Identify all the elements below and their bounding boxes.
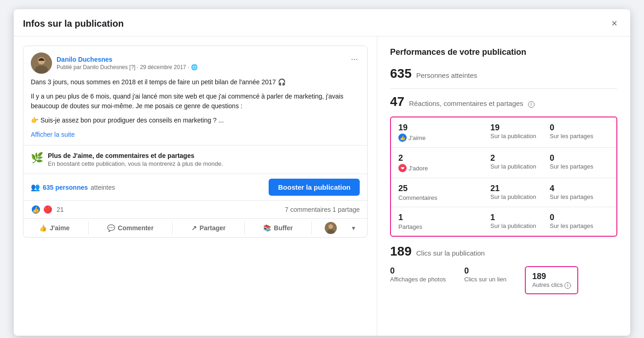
jadore-cell: 2 ❤ J'adore <box>398 153 490 172</box>
reactions-bar: 👍 ❤️ 21 7 commentaires 1 partage <box>23 201 367 219</box>
boost-button[interactable]: Booster la publication <box>269 179 360 196</box>
buffer-action-icon: 📚 <box>263 224 271 232</box>
post-stats-bar: 👥 635 personnes atteintes Booster la pub… <box>23 174 367 201</box>
comments-shares: 7 commentaires 1 partage <box>285 206 360 213</box>
clics-stat-row: 189 Clics sur la publication <box>390 244 617 259</box>
post-card: Danilo Duchesnes Publié par Danilo Duche… <box>23 46 368 238</box>
autres-clics-label: Autres clics i <box>532 281 571 289</box>
jaime-cell: 19 👍 J'aime <box>398 123 490 142</box>
people-icon: 👥 <box>31 183 40 192</box>
avatar <box>31 52 52 74</box>
reach-stat-num: 635 <box>390 66 412 81</box>
profile-caret-button[interactable]: ▾ <box>350 221 357 235</box>
engagements-stat-num: 47 <box>390 94 404 109</box>
boost-title: Plus de J'aime, de commentaires et de pa… <box>48 152 223 159</box>
reactions-grid: 19 👍 J'aime 19 Sur la publication 0 Sur … <box>390 117 617 237</box>
comment-action-icon: 💬 <box>107 224 115 232</box>
read-more-link[interactable]: Afficher la suite <box>31 131 75 138</box>
love-reaction-icon: ❤️ <box>43 204 53 215</box>
engagements-info-icon[interactable]: i <box>528 101 535 108</box>
jadore-num: 2 <box>398 153 490 163</box>
partages-row: 1 Partages 1 Sur la publication 0 Sur le… <box>391 207 616 236</box>
publication-modal: Infos sur la publication × <box>14 9 630 336</box>
post-author-info: Danilo Duchesnes Publié par Danilo Duche… <box>31 52 197 74</box>
commentaires-sur-par: 4 Sur les partages <box>550 184 609 201</box>
affichages-num: 0 <box>390 266 446 276</box>
jaime-sur-par: 0 Sur les partages <box>550 123 609 142</box>
like-action-button[interactable]: 👍 J'aime <box>34 221 75 235</box>
action-bar: 👍 J'aime 💬 Commenter ↗ Partager <box>23 219 367 237</box>
left-panel: Danilo Duchesnes Publié par Danilo Duche… <box>14 36 377 336</box>
reaction-icons: 👍 ❤️ 21 <box>31 204 64 215</box>
boost-subtitle: En boostant cette publication, vous la m… <box>48 160 223 167</box>
globe-icon: 🌐 <box>191 64 197 70</box>
jaime-label: 👍 J'aime <box>398 134 490 142</box>
svg-point-5 <box>328 224 333 229</box>
comment-action-label: Commenter <box>118 224 154 232</box>
share-action-label: Partager <box>200 224 226 232</box>
reach-info: 👥 635 personnes atteintes <box>31 183 115 192</box>
jadore-label: ❤ J'adore <box>398 164 490 172</box>
buffer-action-button[interactable]: 📚 Buffer <box>258 221 298 235</box>
jaime-num: 19 <box>398 123 490 133</box>
like-action-icon: 👍 <box>39 224 47 232</box>
clics-lien-num: 0 <box>464 266 506 276</box>
close-button[interactable]: × <box>608 17 621 30</box>
autres-clics-num: 189 <box>532 272 571 281</box>
autres-clics-box: 189 Autres clics i <box>525 266 578 294</box>
reach-section: 635 Personnes atteintes <box>390 66 617 81</box>
commentaires-label: Commentaires <box>398 194 490 201</box>
action-divider-4 <box>311 221 312 235</box>
jaime-row: 19 👍 J'aime 19 Sur la publication 0 Sur … <box>391 117 616 148</box>
post-paragraph-3: 👉 Suis-je assez bon pour prodiguer des c… <box>31 116 360 125</box>
clics-section: 189 Clics sur la publication <box>390 244 617 259</box>
jadore-icon: ❤ <box>398 164 407 172</box>
affichages-label: Affichages de photos <box>390 276 446 283</box>
profile-mini-avatar <box>325 222 337 234</box>
reaction-total: 21 <box>57 206 64 213</box>
affichages-stat: 0 Affichages de photos <box>390 266 446 283</box>
reach-count[interactable]: 635 personnes <box>43 184 88 191</box>
comment-action-button[interactable]: 💬 Commenter <box>102 221 159 235</box>
reach-suffix: atteintes <box>91 184 115 191</box>
commentaires-row: 25 Commentaires 21 Sur la publication 4 … <box>391 178 616 207</box>
modal-body: Danilo Duchesnes Publié par Danilo Duche… <box>14 36 630 336</box>
commentaires-sur-pub: 21 Sur la publication <box>490 184 550 201</box>
boost-text: Plus de J'aime, de commentaires et de pa… <box>48 152 223 167</box>
post-paragraph-1: Dans 3 jours, nous sommes en 2018 et il … <box>31 77 360 87</box>
partages-num: 1 <box>398 213 490 222</box>
engagements-stat-row: 47 Réactions, commentaires et partages i <box>390 94 617 109</box>
jaime-sur-pub: 19 Sur la publication <box>490 123 550 142</box>
more-options-button[interactable]: ··· <box>349 52 360 66</box>
like-reaction-icon: 👍 <box>31 204 41 215</box>
engagements-stat-label: Réactions, commentaires et partages <box>409 99 523 107</box>
action-divider-3 <box>244 221 245 235</box>
post-header: Danilo Duchesnes Publié par Danilo Duche… <box>23 46 367 77</box>
partages-sur-par: 0 Sur les partages <box>550 213 609 230</box>
reach-stat-label: Personnes atteintes <box>416 71 477 79</box>
modal-title: Infos sur la publication <box>23 18 124 29</box>
author-name[interactable]: Danilo Duchesnes <box>57 56 197 63</box>
action-divider-2 <box>172 221 172 235</box>
partages-cell: 1 Partages <box>398 213 490 230</box>
clics-stat-num: 189 <box>390 244 412 259</box>
leaf-icon: 🌿 <box>31 152 43 164</box>
autres-clics-info-icon[interactable]: i <box>564 282 571 289</box>
partages-sur-pub: 1 Sur la publication <box>490 213 550 230</box>
author-meta: Publié par Danilo Duchesnes [?] · 29 déc… <box>57 64 197 70</box>
post-content: Dans 3 jours, nous sommes en 2018 et il … <box>23 77 367 145</box>
like-action-label: J'aime <box>50 224 69 232</box>
reach-stat-row: 635 Personnes atteintes <box>390 66 617 81</box>
engagements-section: 47 Réactions, commentaires et partages i <box>390 94 617 109</box>
post-paragraph-2: Il y a un peu plus de 6 mois, quand j'ai… <box>31 92 360 111</box>
share-action-icon: ↗ <box>191 224 197 232</box>
divider-1 <box>390 88 617 89</box>
jadore-row: 2 ❤ J'adore 2 Sur la publication 0 Sur l… <box>391 148 616 178</box>
boost-banner: 🌿 Plus de J'aime, de commentaires et de … <box>23 145 367 174</box>
action-divider-1 <box>88 221 89 235</box>
author-details: Danilo Duchesnes Publié par Danilo Duche… <box>57 56 197 70</box>
bottom-stats-row: 0 Affichages de photos 0 Clics sur un li… <box>390 266 617 294</box>
modal-header: Infos sur la publication × <box>14 9 630 36</box>
share-action-button[interactable]: ↗ Partager <box>186 221 231 235</box>
clics-lien-stat: 0 Clics sur un lien <box>464 266 506 283</box>
